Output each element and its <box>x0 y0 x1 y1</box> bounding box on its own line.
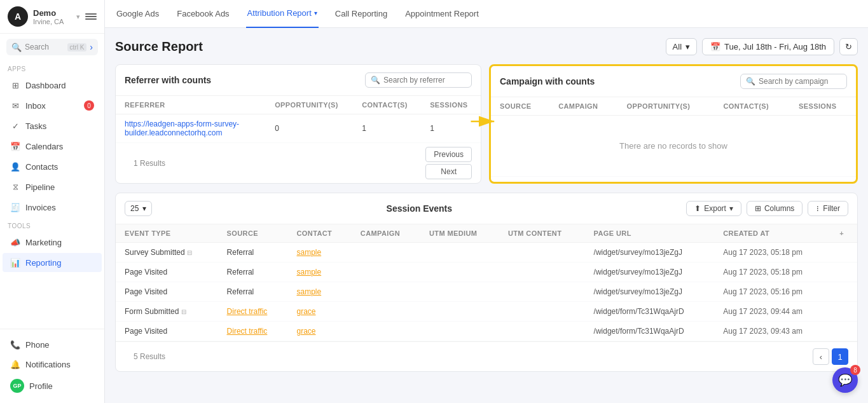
topnav-call-reporting[interactable]: Call Reporting <box>334 0 389 28</box>
topnav-appointment-report[interactable]: Appointment Report <box>404 0 480 28</box>
filter-button[interactable]: ⫶ Filter <box>808 201 848 216</box>
source[interactable]: Direct traffic <box>218 302 288 322</box>
row-action <box>830 282 857 302</box>
sidebar-item-pipeline[interactable]: ⧖ Pipeline <box>3 177 102 196</box>
referrer-panel: Referrer with counts 🔍 REFERRER OPPORTUN… <box>115 64 481 184</box>
chat-widget[interactable]: 💬 8 <box>832 367 858 393</box>
source[interactable]: Direct traffic <box>218 322 288 341</box>
contact[interactable]: grace <box>287 302 351 322</box>
event-type: Page Visited <box>116 263 218 282</box>
chevron-down-icon[interactable]: ▾ <box>76 13 80 21</box>
previous-button[interactable]: Previous <box>425 147 472 162</box>
sidebar-item-dashboard[interactable]: ⊞ Dashboard <box>3 76 102 95</box>
sidebar-item-label: Inbox <box>25 101 46 111</box>
sidebar-item-calendars[interactable]: 📅 Calendars <box>3 137 102 156</box>
table-row: Survey Submitted ⊟ Referral sample /widg… <box>116 243 857 263</box>
date-range-picker[interactable]: 📅 Tue, Jul 18th - Fri, Aug 18th <box>702 38 834 55</box>
utm-content <box>499 322 585 341</box>
session-header-left: 25 ▾ <box>125 201 152 216</box>
user-icon: 👤 <box>10 161 20 172</box>
page-url: /widget/survey/mo13jeZgJ <box>585 243 715 263</box>
date-range-label: Tue, Jul 18th - Fri, Aug 18th <box>724 42 826 51</box>
sidebar-item-contacts[interactable]: 👤 Contacts <box>3 157 102 176</box>
utm-content <box>499 302 585 322</box>
topnav-attribution-report[interactable]: Attribution Report ▾ <box>246 0 319 28</box>
header-controls: All ▾ 📅 Tue, Jul 18th - Fri, Aug 18th ↻ <box>666 38 858 55</box>
sidebar-item-tasks[interactable]: ✓ Tasks <box>3 116 102 135</box>
event-type: Survey Submitted ⊟ <box>116 243 218 263</box>
columns-label: Columns <box>764 204 794 213</box>
chat-icon: 💬 <box>838 373 852 387</box>
campaign-search-input[interactable] <box>759 77 841 86</box>
col-utm-medium: UTM MEDIUM <box>420 224 499 243</box>
columns-button[interactable]: ⊞ Columns <box>747 201 803 216</box>
contact[interactable]: sample <box>287 282 351 302</box>
referrer-sessions: 1 <box>421 114 481 143</box>
sidebar-item-label: Dashboard <box>25 81 66 90</box>
tools-section-label: Tools <box>0 217 104 232</box>
col-utm-content: UTM CONTENT <box>499 224 585 243</box>
export-label: Export <box>704 204 726 213</box>
created-at: Aug 17 2023, 09:43 am <box>714 322 830 341</box>
per-page-select[interactable]: 25 ▾ <box>125 201 152 216</box>
sidebar-item-label: Marketing <box>25 238 62 247</box>
next-button[interactable]: Next <box>425 164 472 179</box>
refresh-button[interactable]: ↻ <box>839 38 858 55</box>
session-table: EVENT TYPE SOURCE CONTACT CAMPAIGN UTM M… <box>116 224 857 341</box>
sidebar-item-notifications[interactable]: 🔔 Notifications <box>3 355 102 374</box>
session-results: 5 Results <box>125 347 174 366</box>
campaign-panel-title: Campaign with counts <box>500 76 595 86</box>
col-add[interactable]: + <box>830 224 857 243</box>
sidebar-item-inbox[interactable]: ✉ Inbox 0 <box>3 96 102 115</box>
sidebar-item-invoices[interactable]: 🧾 Invoices <box>3 198 102 217</box>
sidebar-item-label: Calendars <box>25 142 63 151</box>
filter-all-dropdown[interactable]: All ▾ <box>666 38 697 55</box>
utm-medium <box>420 282 499 302</box>
col-contacts: CONTACT(S) <box>353 96 421 114</box>
invoice-icon: 🧾 <box>10 202 20 212</box>
contact[interactable]: sample <box>287 243 351 263</box>
per-page-value: 25 <box>130 204 139 213</box>
search-button[interactable]: 🔍 Search ctrl K › <box>6 39 98 55</box>
profile-avatar: GP <box>10 379 24 393</box>
referrer-search-input[interactable] <box>383 76 466 85</box>
chart-icon: 📊 <box>10 257 20 268</box>
topnav-google-ads[interactable]: Google Ads <box>115 0 160 28</box>
col-contact: CONTACT <box>287 224 351 243</box>
search-shortcut: ctrl K <box>67 43 87 51</box>
campaign-search[interactable]: 🔍 <box>740 74 847 89</box>
chat-badge: 8 <box>850 365 860 375</box>
campaign <box>352 322 420 341</box>
referrer-results: 1 Results <box>125 154 174 173</box>
phone-icon: 📞 <box>10 339 20 350</box>
sidebar-item-phone[interactable]: 📞 Phone <box>3 335 102 354</box>
contact[interactable]: grace <box>287 322 351 341</box>
avatar: A <box>8 6 28 27</box>
session-title: Session Events <box>387 203 453 214</box>
utm-content <box>499 263 585 282</box>
prev-page-button[interactable]: ‹ <box>813 348 829 365</box>
session-footer: 5 Results ‹ 1 <box>116 341 857 371</box>
table-row: https://leadgen-apps-form-survey-builder… <box>116 114 481 143</box>
topnav-facebook-ads[interactable]: Facebook Ads <box>176 0 230 28</box>
col-campaign: CAMPAIGN <box>549 97 617 116</box>
col-opportunities: OPPORTUNITY(S) <box>618 97 715 116</box>
sidebar-item-label: Reporting <box>25 258 61 268</box>
session-controls: ⬆ Export ▾ ⊞ Columns ⫶ Filter <box>686 201 848 216</box>
export-icon: ⬆ <box>694 204 701 213</box>
referrer-url: https://leadgen-apps-form-survey-builder… <box>116 114 266 143</box>
referrer-search[interactable]: 🔍 <box>365 72 472 88</box>
row-action <box>830 302 857 322</box>
page-1-button[interactable]: 1 <box>832 348 848 365</box>
contact[interactable]: sample <box>287 263 351 282</box>
chevron-down-icon: ▾ <box>314 10 317 17</box>
event-type: Form Submitted ⊟ <box>116 302 218 322</box>
sidebar-item-profile[interactable]: GP Profile <box>3 374 102 397</box>
export-button[interactable]: ⬆ Export ▾ <box>686 201 741 216</box>
col-created-at: CREATED AT <box>714 224 830 243</box>
page-url: /widget/survey/mo13jeZgJ <box>585 282 715 302</box>
menu-icon[interactable] <box>85 12 97 21</box>
sidebar-item-reporting[interactable]: 📊 Reporting <box>3 253 102 272</box>
sidebar-item-marketing[interactable]: 📣 Marketing <box>3 233 102 252</box>
sidebar-item-label: Contacts <box>25 162 58 172</box>
